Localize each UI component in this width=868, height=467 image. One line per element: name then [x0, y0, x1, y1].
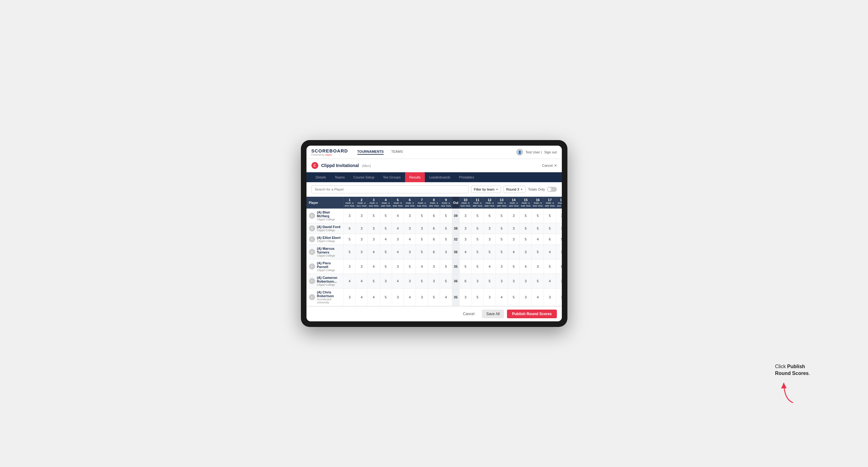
score-cell-back-13[interactable]: 5	[496, 245, 507, 259]
score-cell-front-2[interactable]: 3	[355, 209, 368, 223]
tab-printables[interactable]: Printables	[455, 172, 478, 182]
round-select[interactable]: Round 3 ▼	[503, 186, 526, 193]
score-cell-back-18[interactable]: 3	[556, 288, 562, 306]
score-cell-front-7[interactable]: 5	[416, 209, 428, 223]
sign-out-link[interactable]: Sign out	[544, 150, 557, 154]
tab-teams[interactable]: Teams	[330, 172, 349, 182]
score-cell-front-5[interactable]: 3	[392, 259, 404, 274]
score-cell-front-1[interactable]: 3	[344, 288, 356, 306]
score-cell-front-4[interactable]: 5	[380, 209, 392, 223]
save-all-button[interactable]: Save All	[482, 310, 504, 318]
score-cell-back-17[interactable]: 4	[544, 245, 556, 259]
score-cell-back-14[interactable]: 3	[507, 234, 520, 245]
search-input[interactable]	[311, 185, 469, 193]
score-cell-back-10[interactable]: 3	[460, 209, 472, 223]
score-cell-front-9[interactable]: 5	[440, 223, 452, 234]
score-cell-front-3[interactable]: 5	[368, 274, 380, 288]
score-cell-front-2[interactable]: 4	[355, 288, 368, 306]
score-cell-back-16[interactable]: 4	[532, 288, 544, 306]
score-cell-back-11[interactable]: 5	[471, 259, 484, 274]
score-cell-back-15[interactable]: 3	[520, 274, 532, 288]
score-cell-front-4[interactable]: 5	[380, 223, 392, 234]
score-cell-back-14[interactable]: 4	[507, 245, 520, 259]
score-cell-front-3[interactable]: 4	[368, 245, 380, 259]
score-cell-back-17[interactable]: 5	[544, 223, 556, 234]
score-cell-front-9[interactable]: 3	[440, 245, 452, 259]
score-cell-back-11[interactable]: 3	[471, 274, 484, 288]
score-cell-back-14[interactable]: 3	[507, 274, 520, 288]
score-cell-front-5[interactable]: 4	[392, 245, 404, 259]
score-cell-front-7[interactable]: 5	[416, 274, 428, 288]
score-cell-back-16[interactable]: 5	[532, 223, 544, 234]
score-cell-back-15[interactable]: 5	[520, 234, 532, 245]
score-cell-back-18[interactable]: 3	[556, 209, 562, 223]
score-cell-back-10[interactable]: 5	[460, 259, 472, 274]
score-cell-front-9[interactable]: 4	[440, 288, 452, 306]
score-cell-front-4[interactable]: 5	[380, 245, 392, 259]
cancel-button[interactable]: Cancel	[459, 310, 479, 318]
score-cell-back-18[interactable]: 3	[556, 245, 562, 259]
score-cell-back-15[interactable]: 3	[520, 245, 532, 259]
score-cell-front-7[interactable]: 4	[416, 259, 428, 274]
score-cell-back-15[interactable]: 5	[520, 209, 532, 223]
score-cell-back-14[interactable]: 3	[507, 223, 520, 234]
score-cell-front-2[interactable]: 4	[355, 274, 368, 288]
score-cell-front-8[interactable]: 6	[428, 234, 440, 245]
score-cell-front-8[interactable]: 3	[428, 274, 440, 288]
score-cell-front-3[interactable]: 4	[368, 288, 380, 306]
score-cell-front-4[interactable]: 4	[380, 234, 392, 245]
score-cell-front-8[interactable]: 6	[428, 209, 440, 223]
score-cell-front-8[interactable]: 6	[428, 245, 440, 259]
score-cell-front-9[interactable]: 5	[440, 259, 452, 274]
score-cell-back-10[interactable]: 3	[460, 288, 472, 306]
score-cell-back-17[interactable]: 5	[544, 209, 556, 223]
score-cell-back-18[interactable]: 3	[556, 223, 562, 234]
score-cell-front-6[interactable]: 4	[404, 288, 416, 306]
score-cell-front-6[interactable]: 3	[404, 274, 416, 288]
score-cell-back-12[interactable]: 5	[484, 274, 496, 288]
score-cell-back-18[interactable]: 3	[556, 274, 562, 288]
score-cell-front-4[interactable]: 5	[380, 288, 392, 306]
score-cell-back-14[interactable]: 3	[507, 209, 520, 223]
tab-details[interactable]: Details	[311, 172, 331, 182]
score-cell-back-11[interactable]: 5	[471, 223, 484, 234]
score-cell-front-7[interactable]: 3	[416, 288, 428, 306]
score-cell-front-6[interactable]: 3	[404, 209, 416, 223]
score-cell-back-10[interactable]: 3	[460, 234, 472, 245]
score-cell-front-1[interactable]: 3	[344, 259, 356, 274]
tab-results[interactable]: Results	[405, 172, 425, 182]
score-cell-back-15[interactable]: 4	[520, 259, 532, 274]
score-cell-back-18[interactable]: 5	[556, 234, 562, 245]
score-cell-front-8[interactable]: 3	[428, 259, 440, 274]
score-cell-front-1[interactable]: 4	[344, 274, 356, 288]
score-cell-front-7[interactable]: 5	[416, 245, 428, 259]
score-cell-back-12[interactable]: 5	[484, 245, 496, 259]
score-cell-front-2[interactable]: 3	[355, 223, 368, 234]
score-cell-back-10[interactable]: 4	[460, 245, 472, 259]
score-cell-front-6[interactable]: 3	[404, 245, 416, 259]
score-cell-front-8[interactable]: 5	[428, 288, 440, 306]
score-cell-back-13[interactable]: 5	[496, 209, 507, 223]
score-cell-front-1[interactable]: 3	[344, 209, 356, 223]
filter-team-select[interactable]: Filter by team ▼	[471, 186, 501, 193]
tab-tee-groups[interactable]: Tee Groups	[379, 172, 405, 182]
score-cell-back-13[interactable]: 5	[496, 223, 507, 234]
score-cell-back-17[interactable]: 5	[544, 259, 556, 274]
score-cell-back-11[interactable]: 5	[471, 245, 484, 259]
score-cell-back-13[interactable]: 3	[496, 274, 507, 288]
publish-round-scores-button[interactable]: Publish Round Scores	[507, 310, 557, 318]
score-cell-front-3[interactable]: 3	[368, 234, 380, 245]
score-cell-front-9[interactable]: 5	[440, 234, 452, 245]
score-cell-back-18[interactable]: 6	[556, 259, 562, 274]
score-cell-back-17[interactable]: 6	[544, 234, 556, 245]
score-cell-back-14[interactable]: 5	[507, 259, 520, 274]
score-cell-back-11[interactable]: 5	[471, 209, 484, 223]
score-cell-back-16[interactable]: 5	[532, 209, 544, 223]
score-cell-back-11[interactable]: 5	[471, 288, 484, 306]
score-cell-back-17[interactable]: 4	[544, 274, 556, 288]
score-cell-front-5[interactable]: 4	[392, 274, 404, 288]
score-cell-back-16[interactable]: 4	[532, 234, 544, 245]
cancel-tournament-button[interactable]: Cancel ✕	[542, 164, 557, 168]
score-cell-front-2[interactable]: 3	[355, 245, 368, 259]
score-cell-front-5[interactable]: 3	[392, 234, 404, 245]
